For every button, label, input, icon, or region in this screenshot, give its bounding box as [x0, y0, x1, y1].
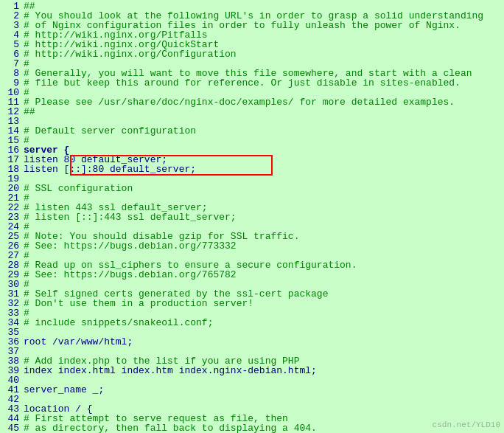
code-line: 12##: [3, 107, 501, 117]
line-content: # listen [::]:443 ssl default_server;: [24, 212, 501, 222]
code-line: 39 index index.html index.htm index.ngin…: [3, 366, 501, 375]
code-line: 18 listen [::]:80 default_server;: [3, 164, 501, 174]
code-line: 15#: [3, 136, 501, 145]
watermark: csdn.net/YLD10: [433, 420, 500, 429]
line-content: #: [24, 136, 501, 145]
line-content: # Default server configuration: [24, 126, 501, 136]
code-line: 6# http://wiki.nginx.org/Configuration: [3, 49, 501, 59]
line-content: # http://wiki.nginx.org/Configuration: [24, 49, 501, 59]
code-line: 20 # SSL configuration: [3, 184, 501, 193]
line-content: # Please see /usr/share/doc/nginx-doc/ex…: [24, 97, 501, 107]
line-content: root /var/www/html;: [24, 337, 501, 347]
code-line: 41 server_name _;: [3, 385, 501, 395]
line-content: # SSL configuration: [24, 184, 501, 193]
code-line: 45 # as directory, then fall back to dis…: [3, 423, 501, 433]
line-content: # include snippets/snakeoil.conf;: [24, 318, 501, 328]
line-content: # See: https://bugs.debian.org/765782: [24, 270, 501, 280]
code-line: 9# file but keep this around for referen…: [3, 78, 501, 88]
code-line: 26 # See: https://bugs.debian.org/773332: [3, 241, 501, 251]
line-content: index index.html index.htm index.nginx-d…: [24, 366, 501, 375]
line-content: ##: [24, 107, 501, 117]
code-line: 36 root /var/www/html;: [3, 337, 501, 347]
line-content: # See: https://bugs.debian.org/773332: [24, 241, 501, 251]
code-line: 32 # Don't use them in a production serv…: [3, 299, 501, 308]
code-line: 14# Default server configuration: [3, 126, 501, 136]
line-number: 45: [3, 423, 24, 433]
code-content: 1##2# You should look at the following U…: [3, 1, 501, 433]
line-content: # file but keep this around for referenc…: [24, 78, 501, 88]
line-content: # as directory, then fall back to displa…: [24, 423, 501, 433]
code-line: 34 # include snippets/snakeoil.conf;: [3, 318, 501, 328]
code-line: 11# Please see /usr/share/doc/nginx-doc/…: [3, 97, 501, 107]
line-content: # Don't use them in a production server!: [24, 299, 501, 308]
code-line: 29 # See: https://bugs.debian.org/765782: [3, 270, 501, 280]
line-content: server_name _;: [24, 385, 501, 395]
line-content: listen [::]:80 default_server;: [24, 164, 501, 174]
code-line: 23 # listen [::]:443 ssl default_server;: [3, 212, 501, 222]
code-editor: 1##2# You should look at the following U…: [0, 0, 504, 433]
